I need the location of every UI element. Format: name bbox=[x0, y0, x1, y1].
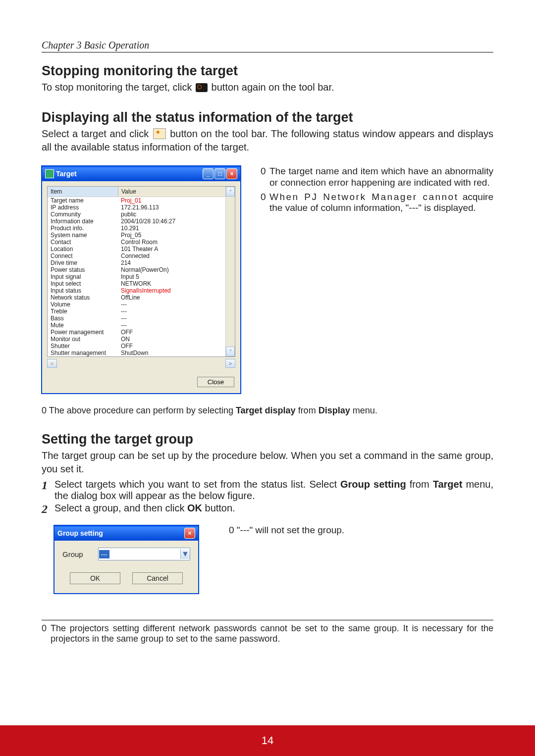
step-1: 1 Select targets which you want to set f… bbox=[42, 479, 493, 502]
col-item[interactable]: Item bbox=[48, 187, 118, 197]
value-cell: ShutDown bbox=[118, 350, 225, 356]
value-cell: NETWORK bbox=[118, 280, 225, 287]
note-marker: 0 bbox=[229, 525, 234, 535]
value-cell: Input 5 bbox=[118, 273, 225, 280]
item-cell: Input status bbox=[48, 287, 118, 294]
menu-name: Display bbox=[319, 405, 350, 415]
procedure-note: 0 The above procedure can perform by sel… bbox=[42, 405, 493, 416]
table-row[interactable]: Product info.10.291 bbox=[48, 225, 225, 232]
table-row[interactable]: Shutter managementShutDown bbox=[48, 350, 225, 356]
value-cell: Proj_05 bbox=[118, 232, 225, 239]
table-header: Item Value bbox=[48, 187, 225, 197]
target-display-icon bbox=[153, 128, 166, 139]
window-title: Group setting bbox=[57, 529, 103, 537]
note-text: When PJ Network Manager cannot acquire t… bbox=[269, 192, 493, 214]
scroll-right-icon[interactable]: > bbox=[225, 359, 235, 368]
dialog-body: Group --- ▼ OK Cancel bbox=[54, 541, 198, 593]
step-text: Select targets which you want to set fro… bbox=[54, 479, 493, 502]
cancel-button[interactable]: Cancel bbox=[132, 572, 183, 584]
table-row[interactable]: Input selectNETWORK bbox=[48, 280, 225, 287]
table-row[interactable]: IP address172.21.96.113 bbox=[48, 204, 225, 211]
col-value[interactable]: Value bbox=[118, 187, 225, 197]
menu-item-name: Group setting bbox=[340, 479, 406, 490]
table-row[interactable]: Input signalInput 5 bbox=[48, 273, 225, 280]
heading-stopping: Stopping monitoring the target bbox=[42, 63, 493, 79]
window-controls: _ □ × bbox=[203, 168, 237, 179]
maximize-button[interactable]: □ bbox=[214, 168, 225, 179]
window-controls: × bbox=[184, 528, 195, 539]
table-row[interactable]: Network statusOffLine bbox=[48, 294, 225, 301]
group-field: Group --- ▼ bbox=[62, 548, 190, 560]
table-row[interactable]: Location101 Theater A bbox=[48, 246, 225, 252]
note-text: "---" will not set the group. bbox=[237, 525, 344, 535]
dialog-buttons: Close bbox=[42, 368, 240, 393]
item-cell: Drive time bbox=[48, 259, 118, 266]
horizontal-scrollbar[interactable]: < > bbox=[47, 359, 235, 368]
note: 0 The target name and item which have an… bbox=[261, 166, 493, 189]
table-body: Item Value Target nameProj_01IP address1… bbox=[48, 187, 225, 356]
minimize-button[interactable]: _ bbox=[203, 168, 214, 179]
item-cell: IP address bbox=[48, 204, 118, 211]
table-row[interactable]: Volume--- bbox=[48, 301, 225, 308]
item-cell: Shutter management bbox=[48, 350, 118, 356]
item-cell: Power status bbox=[48, 266, 118, 273]
table-row[interactable]: ShutterOFF bbox=[48, 343, 225, 350]
text: button again on the tool bar. bbox=[212, 82, 334, 93]
text: The above procedure can perform by selec… bbox=[49, 405, 236, 415]
item-cell: Contact bbox=[48, 239, 118, 246]
side-notes: 0 The target name and item which have an… bbox=[261, 166, 493, 394]
text: from bbox=[296, 405, 319, 415]
value-cell: 101 Theater A bbox=[118, 246, 225, 252]
table-row[interactable]: Information date2004/10/28 10:46:27 bbox=[48, 218, 225, 225]
note-marker: 0 bbox=[261, 166, 269, 189]
table-row[interactable]: Communitypublic bbox=[48, 211, 225, 218]
text: Select a target and click bbox=[42, 128, 152, 139]
item-cell: Target name bbox=[48, 197, 118, 204]
note-marker: 0 bbox=[42, 623, 51, 644]
item-cell: Information date bbox=[48, 218, 118, 225]
paragraph-displaying: Select a target and click button on the … bbox=[42, 127, 493, 154]
group-select[interactable]: --- ▼ bbox=[98, 548, 190, 560]
scroll-down-icon[interactable]: ˅ bbox=[226, 347, 235, 356]
value-cell: ON bbox=[118, 336, 225, 343]
table-row[interactable]: ConnectConnected bbox=[48, 252, 225, 259]
value-cell: 10.291 bbox=[118, 225, 225, 232]
item-cell: Input signal bbox=[48, 273, 118, 280]
vertical-scrollbar[interactable]: ˄ ˅ bbox=[225, 187, 235, 356]
close-dialog-button[interactable]: Close bbox=[197, 377, 234, 387]
table-row[interactable]: Power managementOFF bbox=[48, 329, 225, 336]
value-cell: Proj_01 bbox=[118, 197, 225, 204]
close-button[interactable]: × bbox=[226, 168, 237, 179]
close-button[interactable]: × bbox=[184, 528, 195, 539]
scroll-up-icon[interactable]: ˄ bbox=[226, 187, 235, 197]
table-row[interactable]: Drive time214 bbox=[48, 259, 225, 266]
value-cell: --- bbox=[118, 322, 225, 329]
text: from bbox=[406, 479, 433, 490]
selected-value: --- bbox=[99, 550, 109, 558]
item-cell: Product info. bbox=[48, 225, 118, 232]
table-row[interactable]: ContactControl Room bbox=[48, 239, 225, 246]
value-cell: Normal(PowerOn) bbox=[118, 266, 225, 273]
value-cell: 172.21.96.113 bbox=[118, 204, 225, 211]
scroll-left-icon[interactable]: < bbox=[47, 359, 57, 368]
table-row[interactable]: Power statusNormal(PowerOn) bbox=[48, 266, 225, 273]
group-setting-window: Group setting × Group --- ▼ OK Cancel bbox=[54, 525, 199, 594]
monitor-toggle-icon bbox=[196, 83, 208, 92]
table-row[interactable]: Treble--- bbox=[48, 308, 225, 315]
table-row[interactable]: Target nameProj_01 bbox=[48, 197, 225, 204]
chevron-down-icon[interactable]: ▼ bbox=[180, 549, 190, 559]
table-row[interactable]: Input statusSignalIsInterrupted bbox=[48, 287, 225, 294]
value-cell: 2004/10/28 10:46:27 bbox=[118, 218, 225, 225]
table-row[interactable]: Bass--- bbox=[48, 315, 225, 322]
value-cell: SignalIsInterrupted bbox=[118, 287, 225, 294]
item-cell: Input select bbox=[48, 280, 118, 287]
value-cell: --- bbox=[118, 301, 225, 308]
table-row[interactable]: System nameProj_05 bbox=[48, 232, 225, 239]
item-cell: Treble bbox=[48, 308, 118, 315]
table-row[interactable]: Monitor outON bbox=[48, 336, 225, 343]
ok-button[interactable]: OK bbox=[70, 572, 120, 584]
group-dialog-row: Group setting × Group --- ▼ OK Cancel bbox=[42, 525, 493, 594]
item-cell: System name bbox=[48, 232, 118, 239]
value-cell: public bbox=[118, 211, 225, 218]
table-row[interactable]: Mute--- bbox=[48, 322, 225, 329]
